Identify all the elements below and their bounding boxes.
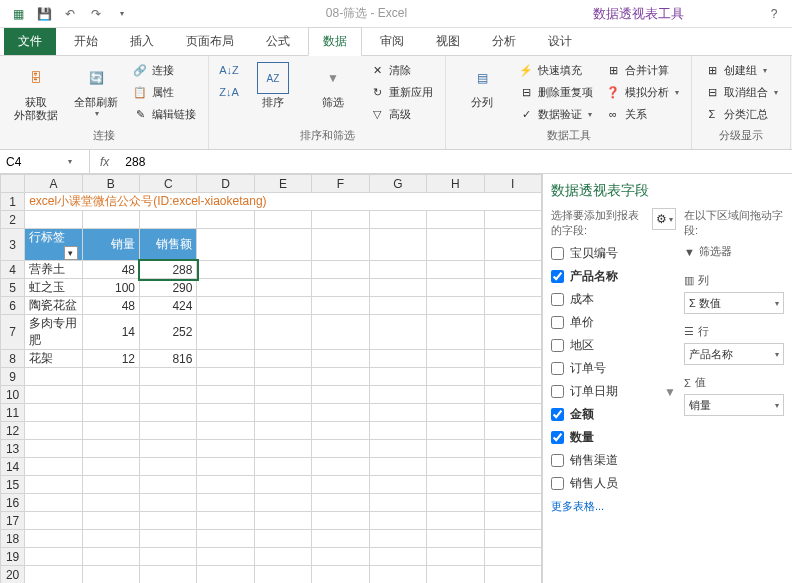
row-header[interactable]: 8 (1, 350, 25, 368)
cell[interactable] (369, 476, 426, 494)
row-header[interactable]: 18 (1, 530, 25, 548)
field-item[interactable]: 销售人员 (551, 474, 676, 493)
cell[interactable] (140, 458, 197, 476)
cell[interactable] (25, 440, 82, 458)
relationships-button[interactable]: ∞关系 (601, 104, 683, 124)
row-header[interactable]: 15 (1, 476, 25, 494)
cell[interactable] (427, 261, 484, 279)
field-checkbox[interactable] (551, 339, 564, 352)
cell[interactable] (312, 566, 369, 584)
cell[interactable] (140, 368, 197, 386)
cell[interactable] (484, 512, 541, 530)
cell[interactable]: 12 (82, 350, 139, 368)
cell[interactable] (312, 404, 369, 422)
excel-icon[interactable]: ▦ (8, 4, 28, 24)
cell[interactable] (197, 548, 254, 566)
tab-design[interactable]: 设计 (534, 28, 586, 55)
cell[interactable] (197, 261, 254, 279)
cell[interactable] (140, 404, 197, 422)
cell[interactable] (197, 404, 254, 422)
values-area[interactable]: Σ值 销量▾ (684, 375, 784, 416)
cell[interactable] (254, 368, 311, 386)
cell[interactable]: 48 (82, 297, 139, 315)
cell[interactable] (254, 512, 311, 530)
cell[interactable] (312, 315, 369, 350)
cell[interactable] (369, 458, 426, 476)
cell[interactable] (369, 368, 426, 386)
cell[interactable]: 252 (140, 315, 197, 350)
cell[interactable] (427, 211, 484, 229)
cell[interactable] (82, 368, 139, 386)
cell[interactable] (197, 566, 254, 584)
cell[interactable] (369, 440, 426, 458)
cell[interactable] (25, 211, 82, 229)
cell[interactable] (484, 476, 541, 494)
field-item[interactable]: 数量 (551, 428, 676, 447)
cell[interactable] (312, 297, 369, 315)
cell[interactable] (140, 530, 197, 548)
cell[interactable] (197, 422, 254, 440)
field-item[interactable]: 产品名称 (551, 267, 676, 286)
cell[interactable] (254, 476, 311, 494)
cell[interactable] (427, 422, 484, 440)
cell[interactable] (197, 368, 254, 386)
cell[interactable] (25, 566, 82, 584)
cell[interactable] (369, 261, 426, 279)
field-checkbox[interactable] (551, 431, 564, 444)
cell[interactable] (82, 404, 139, 422)
cell[interactable] (427, 440, 484, 458)
cell[interactable] (254, 548, 311, 566)
row-header[interactable]: 17 (1, 512, 25, 530)
cell[interactable] (369, 422, 426, 440)
cell[interactable] (369, 404, 426, 422)
col-header-c[interactable]: C (140, 175, 197, 193)
formula-input[interactable] (119, 155, 792, 169)
cell[interactable] (197, 476, 254, 494)
cell[interactable] (312, 476, 369, 494)
cell[interactable] (82, 566, 139, 584)
field-item[interactable]: 单价 (551, 313, 676, 332)
redo-icon[interactable]: ↷ (86, 4, 106, 24)
col-header-e[interactable]: E (254, 175, 311, 193)
cell[interactable] (427, 566, 484, 584)
cell[interactable] (197, 229, 254, 261)
tab-review[interactable]: 审阅 (366, 28, 418, 55)
row-header[interactable]: 19 (1, 548, 25, 566)
field-checkbox[interactable] (551, 385, 564, 398)
name-box[interactable]: ▾ (0, 150, 90, 173)
cell[interactable] (197, 494, 254, 512)
cell[interactable] (254, 386, 311, 404)
cell[interactable] (369, 350, 426, 368)
cell[interactable] (25, 494, 82, 512)
cell[interactable] (427, 368, 484, 386)
pivot-qty-header[interactable]: 销量 (82, 229, 139, 261)
refresh-all-button[interactable]: 🔄 全部刷新 ▾ (68, 60, 124, 120)
cell[interactable] (369, 548, 426, 566)
col-header-b[interactable]: B (82, 175, 139, 193)
cell[interactable] (484, 315, 541, 350)
cell[interactable] (427, 386, 484, 404)
cell[interactable] (254, 494, 311, 512)
cell[interactable] (254, 566, 311, 584)
row-header[interactable]: 12 (1, 422, 25, 440)
cell[interactable] (197, 211, 254, 229)
cell[interactable] (197, 350, 254, 368)
cell[interactable] (140, 548, 197, 566)
cell[interactable]: 虹之玉 (25, 279, 82, 297)
filter-button[interactable]: ▼ 筛选 (305, 60, 361, 111)
cell[interactable] (312, 368, 369, 386)
cell[interactable] (25, 404, 82, 422)
cell[interactable] (369, 386, 426, 404)
cell[interactable] (484, 211, 541, 229)
connections-button[interactable]: 🔗连接 (128, 60, 200, 80)
cell[interactable] (140, 386, 197, 404)
row-header[interactable]: 6 (1, 297, 25, 315)
fx-icon[interactable]: fx (90, 155, 119, 169)
cell[interactable] (427, 350, 484, 368)
cell[interactable] (25, 512, 82, 530)
cell[interactable] (312, 512, 369, 530)
field-checkbox[interactable] (551, 316, 564, 329)
banner-cell[interactable]: excel小课堂微信公众号(ID:excel-xiaoketang) (25, 193, 542, 211)
tab-view[interactable]: 视图 (422, 28, 474, 55)
cell[interactable] (140, 476, 197, 494)
